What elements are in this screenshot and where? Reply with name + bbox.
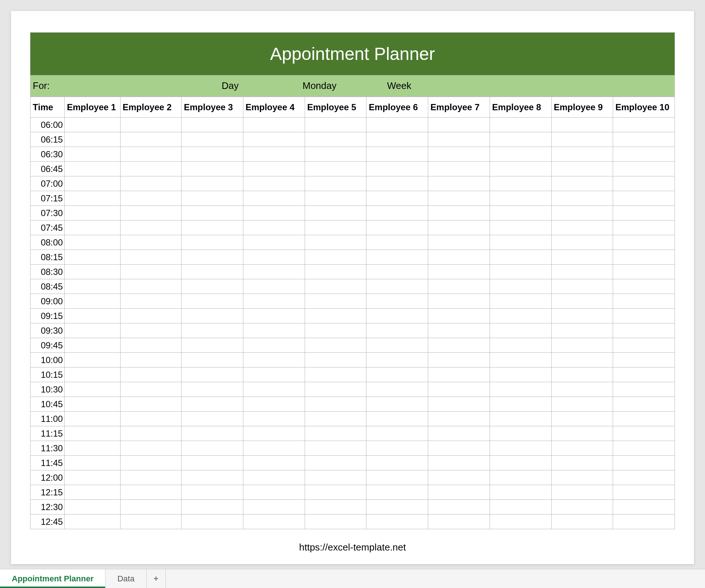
appointment-cell[interactable] bbox=[120, 338, 182, 353]
appointment-cell[interactable] bbox=[243, 309, 305, 323]
appointment-cell[interactable] bbox=[120, 514, 182, 529]
appointment-cell[interactable] bbox=[551, 265, 613, 279]
appointment-cell[interactable] bbox=[182, 132, 243, 147]
appointment-cell[interactable] bbox=[305, 132, 366, 147]
appointment-cell[interactable] bbox=[64, 456, 120, 470]
appointment-cell[interactable] bbox=[64, 353, 120, 368]
appointment-cell[interactable] bbox=[182, 118, 243, 132]
appointment-cell[interactable] bbox=[428, 323, 490, 338]
appointment-cell[interactable] bbox=[182, 426, 243, 441]
appointment-cell[interactable] bbox=[305, 426, 366, 441]
appointment-cell[interactable] bbox=[490, 176, 551, 191]
appointment-cell[interactable] bbox=[551, 353, 613, 368]
appointment-cell[interactable] bbox=[613, 309, 675, 323]
appointment-cell[interactable] bbox=[490, 309, 551, 323]
appointment-cell[interactable] bbox=[120, 456, 182, 470]
appointment-cell[interactable] bbox=[613, 132, 675, 147]
appointment-cell[interactable] bbox=[366, 470, 428, 485]
appointment-cell[interactable] bbox=[305, 338, 366, 353]
appointment-cell[interactable] bbox=[305, 191, 366, 206]
appointment-cell[interactable] bbox=[243, 470, 305, 485]
appointment-cell[interactable] bbox=[366, 132, 428, 147]
appointment-cell[interactable] bbox=[243, 147, 305, 162]
appointment-cell[interactable] bbox=[366, 338, 428, 353]
appointment-cell[interactable] bbox=[551, 294, 613, 309]
appointment-cell[interactable] bbox=[120, 220, 182, 235]
appointment-cell[interactable] bbox=[182, 338, 243, 353]
appointment-cell[interactable] bbox=[613, 265, 675, 279]
appointment-cell[interactable] bbox=[428, 412, 490, 426]
appointment-cell[interactable] bbox=[366, 368, 428, 382]
appointment-cell[interactable] bbox=[490, 500, 551, 514]
appointment-cell[interactable] bbox=[120, 279, 182, 294]
appointment-cell[interactable] bbox=[305, 309, 366, 323]
appointment-cell[interactable] bbox=[366, 426, 428, 441]
appointment-cell[interactable] bbox=[305, 441, 366, 456]
appointment-cell[interactable] bbox=[551, 206, 613, 220]
appointment-cell[interactable] bbox=[613, 441, 675, 456]
appointment-cell[interactable] bbox=[64, 309, 120, 323]
appointment-cell[interactable] bbox=[428, 485, 490, 500]
appointment-cell[interactable] bbox=[551, 132, 613, 147]
appointment-cell[interactable] bbox=[551, 441, 613, 456]
appointment-cell[interactable] bbox=[551, 500, 613, 514]
appointment-cell[interactable] bbox=[551, 514, 613, 529]
appointment-cell[interactable] bbox=[64, 191, 120, 206]
appointment-cell[interactable] bbox=[551, 309, 613, 323]
appointment-cell[interactable] bbox=[490, 323, 551, 338]
appointment-cell[interactable] bbox=[64, 441, 120, 456]
appointment-cell[interactable] bbox=[243, 162, 305, 176]
appointment-cell[interactable] bbox=[490, 338, 551, 353]
appointment-cell[interactable] bbox=[120, 426, 182, 441]
appointment-cell[interactable] bbox=[120, 206, 182, 220]
sheet-tab-add[interactable]: + bbox=[147, 569, 166, 588]
appointment-cell[interactable] bbox=[120, 485, 182, 500]
appointment-cell[interactable] bbox=[243, 220, 305, 235]
appointment-cell[interactable] bbox=[305, 500, 366, 514]
sheet-tab-appointment-planner[interactable]: Appointment Planner bbox=[0, 569, 105, 588]
appointment-cell[interactable] bbox=[305, 412, 366, 426]
appointment-cell[interactable] bbox=[366, 191, 428, 206]
appointment-cell[interactable] bbox=[182, 162, 243, 176]
appointment-cell[interactable] bbox=[428, 500, 490, 514]
appointment-cell[interactable] bbox=[182, 456, 243, 470]
appointment-cell[interactable] bbox=[613, 412, 675, 426]
appointment-cell[interactable] bbox=[613, 470, 675, 485]
appointment-cell[interactable] bbox=[120, 412, 182, 426]
appointment-cell[interactable] bbox=[613, 456, 675, 470]
appointment-cell[interactable] bbox=[366, 176, 428, 191]
appointment-cell[interactable] bbox=[551, 338, 613, 353]
appointment-cell[interactable] bbox=[120, 147, 182, 162]
appointment-cell[interactable] bbox=[120, 162, 182, 176]
appointment-cell[interactable] bbox=[64, 176, 120, 191]
appointment-cell[interactable] bbox=[613, 206, 675, 220]
appointment-cell[interactable] bbox=[490, 353, 551, 368]
appointment-cell[interactable] bbox=[243, 397, 305, 412]
appointment-cell[interactable] bbox=[490, 250, 551, 265]
appointment-cell[interactable] bbox=[243, 206, 305, 220]
appointment-cell[interactable] bbox=[64, 162, 120, 176]
appointment-cell[interactable] bbox=[305, 118, 366, 132]
appointment-cell[interactable] bbox=[64, 206, 120, 220]
appointment-cell[interactable] bbox=[243, 235, 305, 250]
appointment-cell[interactable] bbox=[366, 294, 428, 309]
appointment-cell[interactable] bbox=[120, 368, 182, 382]
appointment-cell[interactable] bbox=[613, 250, 675, 265]
appointment-cell[interactable] bbox=[551, 368, 613, 382]
appointment-cell[interactable] bbox=[120, 382, 182, 397]
appointment-cell[interactable] bbox=[182, 220, 243, 235]
appointment-cell[interactable] bbox=[366, 456, 428, 470]
appointment-cell[interactable] bbox=[366, 250, 428, 265]
appointment-cell[interactable] bbox=[551, 412, 613, 426]
appointment-cell[interactable] bbox=[120, 353, 182, 368]
appointment-cell[interactable] bbox=[366, 220, 428, 235]
appointment-cell[interactable] bbox=[613, 514, 675, 529]
appointment-cell[interactable] bbox=[305, 382, 366, 397]
appointment-cell[interactable] bbox=[305, 220, 366, 235]
appointment-cell[interactable] bbox=[305, 485, 366, 500]
appointment-cell[interactable] bbox=[366, 147, 428, 162]
appointment-cell[interactable] bbox=[490, 118, 551, 132]
appointment-cell[interactable] bbox=[120, 191, 182, 206]
appointment-cell[interactable] bbox=[551, 118, 613, 132]
appointment-cell[interactable] bbox=[551, 176, 613, 191]
